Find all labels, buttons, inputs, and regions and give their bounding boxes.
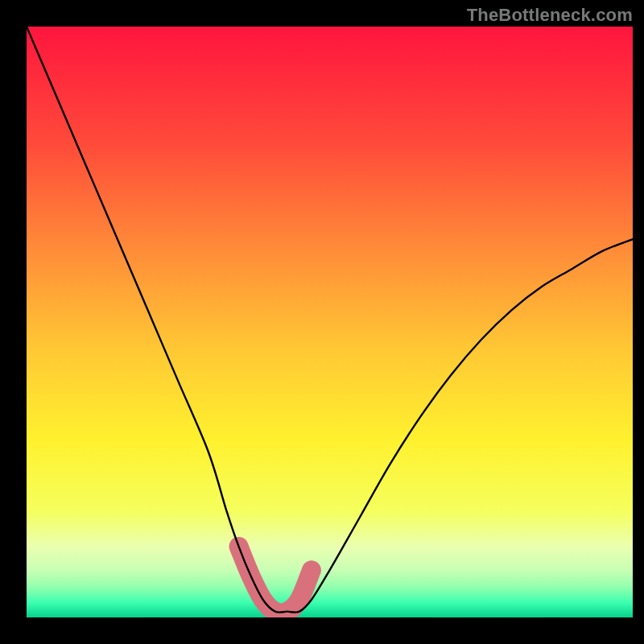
bottleneck-curve bbox=[27, 27, 633, 613]
watermark-text: TheBottleneck.com bbox=[467, 5, 633, 26]
chart-frame: TheBottleneck.com bbox=[0, 0, 644, 644]
plot-area bbox=[27, 27, 633, 617]
valley-highlight bbox=[239, 547, 312, 613]
curve-layer bbox=[27, 27, 633, 617]
